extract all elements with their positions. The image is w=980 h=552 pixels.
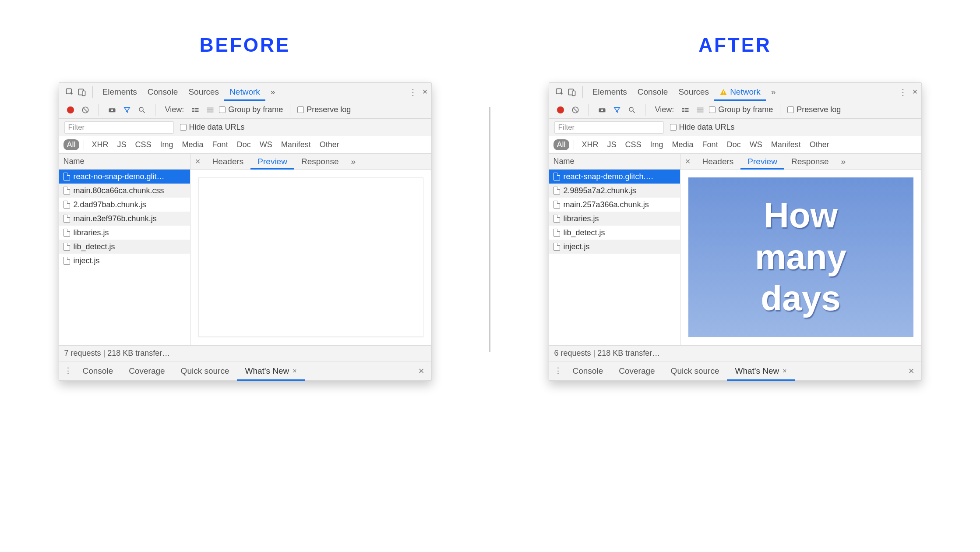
filter-pill-all[interactable]: All bbox=[553, 139, 569, 150]
tab-elements[interactable]: Elements bbox=[97, 83, 142, 101]
kebab-menu-icon[interactable]: ⋮ bbox=[897, 86, 909, 98]
drawer-tab-coverage[interactable]: Coverage bbox=[121, 361, 173, 381]
filter-pill-doc[interactable]: Doc bbox=[233, 139, 254, 150]
tab-sources[interactable]: Sources bbox=[183, 83, 224, 101]
request-row[interactable]: libraries.js bbox=[549, 212, 680, 226]
view-small-icon[interactable] bbox=[694, 104, 706, 116]
record-icon[interactable] bbox=[554, 104, 567, 116]
filter-pill-js[interactable]: JS bbox=[114, 139, 130, 150]
tab-console[interactable]: Console bbox=[632, 83, 673, 101]
drawer-kebab-icon[interactable]: ⋮ bbox=[62, 366, 75, 376]
search-icon[interactable] bbox=[626, 104, 638, 116]
filter-pill-ws[interactable]: WS bbox=[746, 139, 766, 150]
filter-pill-manifest[interactable]: Manifest bbox=[768, 139, 804, 150]
more-tabs-icon[interactable]: » bbox=[766, 87, 781, 97]
close-tab-icon[interactable]: × bbox=[293, 367, 296, 375]
close-devtools-icon[interactable]: × bbox=[419, 86, 431, 98]
drawer-tab-whatsnew[interactable]: What's New× bbox=[727, 361, 794, 381]
request-row[interactable]: inject.js bbox=[59, 254, 190, 268]
filter-icon[interactable] bbox=[121, 104, 133, 116]
close-devtools-icon[interactable]: × bbox=[909, 86, 921, 98]
detail-tab-preview[interactable]: Preview bbox=[250, 154, 294, 170]
filter-pill-img[interactable]: Img bbox=[647, 139, 667, 150]
tab-sources[interactable]: Sources bbox=[673, 83, 714, 101]
drawer-kebab-icon[interactable]: ⋮ bbox=[552, 366, 565, 376]
request-row[interactable]: libraries.js bbox=[59, 226, 190, 240]
filter-pill-css[interactable]: CSS bbox=[622, 139, 645, 150]
screenshot-icon[interactable] bbox=[596, 104, 608, 116]
device-toolbar-icon[interactable] bbox=[566, 86, 578, 98]
filter-pill-media[interactable]: Media bbox=[669, 139, 697, 150]
drawer-tab-quicksource[interactable]: Quick source bbox=[173, 361, 237, 381]
request-row[interactable]: lib_detect.js bbox=[549, 226, 680, 240]
close-detail-icon[interactable]: × bbox=[190, 156, 205, 166]
filter-pill-ws[interactable]: WS bbox=[256, 139, 276, 150]
request-row[interactable]: 2.9895a7a2.chunk.js bbox=[549, 184, 680, 198]
request-row[interactable]: main.257a366a.chunk.js bbox=[549, 198, 680, 212]
filter-pill-img[interactable]: Img bbox=[157, 139, 177, 150]
record-icon[interactable] bbox=[64, 104, 77, 116]
view-large-icon[interactable] bbox=[189, 104, 201, 116]
close-drawer-icon[interactable]: × bbox=[412, 365, 431, 377]
drawer-tab-whatsnew[interactable]: What's New× bbox=[237, 361, 304, 381]
view-small-icon[interactable] bbox=[204, 104, 216, 116]
tab-console[interactable]: Console bbox=[142, 83, 183, 101]
close-detail-icon[interactable]: × bbox=[680, 156, 695, 166]
detail-tab-response[interactable]: Response bbox=[294, 154, 346, 170]
device-toolbar-icon[interactable] bbox=[76, 86, 88, 98]
filter-pill-css[interactable]: CSS bbox=[132, 139, 155, 150]
detail-tab-headers[interactable]: Headers bbox=[205, 154, 251, 170]
tab-network[interactable]: Network bbox=[714, 83, 766, 101]
more-tabs-icon[interactable]: » bbox=[265, 87, 281, 97]
group-by-frame-checkbox[interactable]: Group by frame bbox=[709, 105, 773, 114]
filter-pill-font[interactable]: Font bbox=[699, 139, 722, 150]
filter-input[interactable]: Filter bbox=[64, 121, 174, 134]
screenshot-icon[interactable] bbox=[106, 104, 118, 116]
request-type-filter-bar: AllXHRJSCSSImgMediaFontDocWSManifestOthe… bbox=[549, 136, 921, 154]
hide-data-urls-checkbox[interactable]: Hide data URLs bbox=[180, 123, 245, 132]
clear-icon[interactable] bbox=[79, 104, 92, 116]
filter-pill-font[interactable]: Font bbox=[209, 139, 232, 150]
more-detail-tabs-icon[interactable]: » bbox=[345, 157, 361, 166]
filter-pill-all[interactable]: All bbox=[63, 139, 79, 150]
tab-network[interactable]: Network bbox=[224, 83, 265, 101]
drawer-tab-console[interactable]: Console bbox=[565, 361, 611, 381]
clear-icon[interactable] bbox=[569, 104, 582, 116]
filter-pill-other[interactable]: Other bbox=[316, 139, 343, 150]
hide-data-urls-checkbox[interactable]: Hide data URLs bbox=[670, 123, 735, 132]
search-icon[interactable] bbox=[136, 104, 148, 116]
request-row[interactable]: main.80ca66ca.chunk.css bbox=[59, 184, 190, 198]
request-row[interactable]: 2.dad97bab.chunk.js bbox=[59, 198, 190, 212]
drawer-tab-quicksource[interactable]: Quick source bbox=[663, 361, 727, 381]
request-row[interactable]: react-no-snap-demo.glit… bbox=[59, 170, 190, 184]
request-row[interactable]: lib_detect.js bbox=[59, 240, 190, 254]
preserve-log-checkbox[interactable]: Preserve log bbox=[297, 105, 351, 114]
preserve-log-checkbox[interactable]: Preserve log bbox=[787, 105, 841, 114]
filter-icon[interactable] bbox=[611, 104, 623, 116]
close-tab-icon[interactable]: × bbox=[783, 367, 786, 375]
element-picker-icon[interactable] bbox=[63, 86, 76, 98]
filter-input[interactable]: Filter bbox=[554, 121, 664, 134]
request-row[interactable]: inject.js bbox=[549, 240, 680, 254]
request-row[interactable]: react-snap-demo.glitch.… bbox=[549, 170, 680, 184]
filter-pill-js[interactable]: JS bbox=[604, 139, 620, 150]
detail-tab-preview[interactable]: Preview bbox=[740, 154, 784, 170]
element-picker-icon[interactable] bbox=[553, 86, 566, 98]
filter-pill-manifest[interactable]: Manifest bbox=[278, 139, 314, 150]
detail-tab-headers[interactable]: Headers bbox=[695, 154, 741, 170]
view-large-icon[interactable] bbox=[679, 104, 691, 116]
filter-pill-other[interactable]: Other bbox=[806, 139, 833, 150]
filter-pill-doc[interactable]: Doc bbox=[723, 139, 744, 150]
request-row[interactable]: main.e3ef976b.chunk.js bbox=[59, 212, 190, 226]
drawer-tab-coverage[interactable]: Coverage bbox=[611, 361, 663, 381]
group-by-frame-checkbox[interactable]: Group by frame bbox=[219, 105, 283, 114]
filter-pill-media[interactable]: Media bbox=[179, 139, 207, 150]
more-detail-tabs-icon[interactable]: » bbox=[835, 157, 851, 166]
filter-pill-xhr[interactable]: XHR bbox=[88, 139, 112, 150]
close-drawer-icon[interactable]: × bbox=[902, 365, 921, 377]
tab-elements[interactable]: Elements bbox=[587, 83, 632, 101]
drawer-tab-console[interactable]: Console bbox=[75, 361, 121, 381]
detail-tab-response[interactable]: Response bbox=[784, 154, 836, 170]
kebab-menu-icon[interactable]: ⋮ bbox=[407, 86, 419, 98]
filter-pill-xhr[interactable]: XHR bbox=[578, 139, 602, 150]
